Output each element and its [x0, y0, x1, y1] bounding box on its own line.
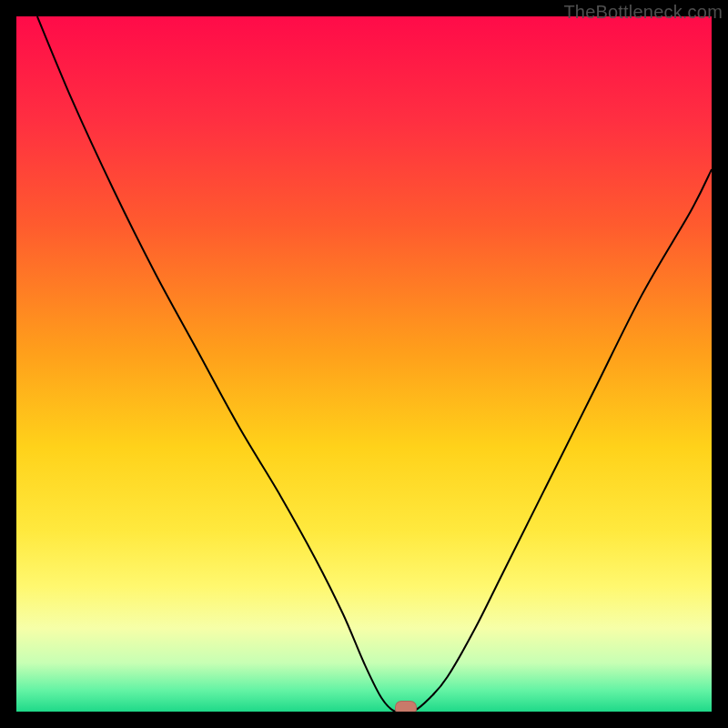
heat-gradient-background	[16, 16, 712, 712]
optimal-point-marker	[395, 701, 417, 712]
watermark-text: TheBottleneck.com	[563, 2, 723, 23]
plot-area	[16, 16, 712, 712]
gradient-rect	[16, 16, 712, 712]
chart-frame: TheBottleneck.com	[0, 0, 728, 728]
